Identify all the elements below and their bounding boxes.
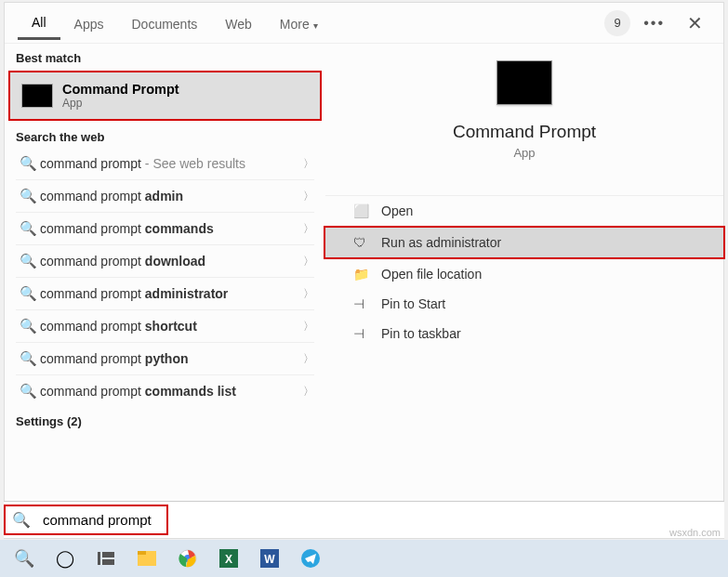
chevron-right-icon: 〉	[303, 286, 314, 302]
best-match-sub: App	[62, 97, 179, 110]
search-icon: 🔍	[16, 318, 40, 334]
action-pin-start[interactable]: ⊣Pin to Start	[325, 289, 723, 319]
web-result-0[interactable]: 🔍command prompt - See web results〉	[5, 148, 325, 179]
cmd-icon	[21, 84, 53, 108]
preview-sub: App	[513, 146, 535, 160]
taskbar-telegram-icon[interactable]	[290, 540, 331, 577]
best-match-item[interactable]: Command Prompt App	[8, 71, 322, 121]
chevron-down-icon: ▾	[313, 20, 318, 31]
taskbar-taskview-icon[interactable]	[86, 540, 126, 577]
search-icon: 🔍	[16, 253, 40, 269]
search-icon: 🔍	[16, 350, 40, 367]
close-icon[interactable]: ✕	[680, 12, 710, 34]
result-text: command prompt admin	[40, 189, 303, 203]
preview-title: Command Prompt	[453, 122, 596, 142]
chevron-right-icon: 〉	[303, 351, 314, 367]
search-icon: 🔍	[6, 511, 37, 529]
search-icon: 🔍	[16, 188, 40, 204]
taskbar-search-icon[interactable]: 🔍	[4, 540, 45, 577]
results-list: Best match Command Prompt App Search the…	[5, 44, 325, 499]
result-text: command prompt download	[40, 254, 303, 269]
taskbar-word-icon[interactable]: W	[249, 540, 290, 577]
action-open[interactable]: ⬜Open	[325, 196, 723, 226]
search-icon: 🔍	[16, 383, 40, 400]
preview-cmd-icon	[496, 60, 552, 105]
web-result-7[interactable]: 🔍command prompt commands list〉	[5, 375, 325, 407]
tab-web[interactable]: Web	[211, 7, 266, 39]
pin-icon: ⊣	[353, 326, 381, 341]
result-text: command prompt python	[40, 351, 303, 366]
chevron-right-icon: 〉	[303, 319, 314, 334]
notification-badge[interactable]: 9	[604, 10, 630, 36]
search-icon: 🔍	[16, 155, 40, 172]
svg-rect-2	[102, 559, 114, 565]
web-result-5[interactable]: 🔍command prompt shortcut〉	[5, 310, 325, 342]
best-match-name: Command Prompt	[62, 82, 179, 97]
web-result-1[interactable]: 🔍command prompt admin〉	[5, 180, 325, 212]
taskbar-cortana-icon[interactable]: ◯	[45, 540, 86, 577]
chevron-right-icon: 〉	[303, 254, 314, 269]
shield-icon: 🛡	[353, 235, 381, 250]
folder-icon: 📁	[353, 267, 381, 282]
web-result-3[interactable]: 🔍command prompt download〉	[5, 245, 325, 277]
tab-all[interactable]: All	[18, 6, 60, 40]
tab-documents[interactable]: Documents	[117, 7, 211, 39]
web-result-4[interactable]: 🔍command prompt administrator〉	[5, 278, 325, 309]
chevron-right-icon: 〉	[303, 189, 314, 204]
action-pin-taskbar[interactable]: ⊣Pin to taskbar	[325, 319, 723, 348]
tab-bar: All Apps Documents Web More▾ 9 ••• ✕	[5, 3, 723, 44]
tab-more[interactable]: More▾	[266, 7, 332, 39]
group-search-web: Search the web	[5, 123, 325, 148]
result-text: command prompt administrator	[40, 286, 303, 301]
taskbar: 🔍 ◯ X W	[0, 540, 728, 577]
web-result-2[interactable]: 🔍command prompt commands〉	[5, 213, 325, 244]
taskbar-chrome-icon[interactable]	[167, 540, 208, 577]
result-text: command prompt shortcut	[40, 319, 303, 334]
more-options-icon[interactable]: •••	[643, 15, 665, 32]
chevron-right-icon: 〉	[303, 156, 314, 172]
svg-text:W: W	[264, 553, 275, 566]
action-open-file-location[interactable]: 📁Open file location	[325, 259, 723, 289]
tab-apps[interactable]: Apps	[60, 7, 118, 39]
svg-rect-1	[102, 552, 114, 557]
search-icon: 🔍	[16, 220, 40, 237]
search-panel: All Apps Documents Web More▾ 9 ••• ✕ Bes…	[4, 2, 724, 539]
result-text: command prompt - See web results	[40, 156, 303, 171]
pin-icon: ⊣	[353, 296, 381, 311]
action-run-as-admin[interactable]: 🛡Run as administrator	[324, 226, 725, 259]
search-input[interactable]: command prompt	[37, 510, 157, 530]
search-row: 🔍 command prompt	[4, 501, 724, 538]
group-best-match: Best match	[5, 44, 325, 69]
svg-rect-4	[138, 551, 146, 555]
chevron-right-icon: 〉	[303, 384, 314, 400]
web-result-6[interactable]: 🔍command prompt python〉	[5, 343, 325, 374]
svg-text:X: X	[225, 553, 232, 566]
svg-rect-0	[98, 552, 100, 565]
taskbar-explorer-icon[interactable]	[126, 540, 167, 577]
open-icon: ⬜	[353, 203, 381, 218]
watermark: wsxdn.com	[669, 527, 721, 538]
result-text: command prompt commands list	[40, 384, 303, 399]
taskbar-excel-icon[interactable]: X	[208, 540, 249, 577]
group-settings: Settings (2)	[5, 407, 325, 432]
result-text: command prompt commands	[40, 221, 303, 236]
search-icon: 🔍	[16, 285, 40, 302]
preview-pane: Command Prompt App ⬜Open 🛡Run as adminis…	[325, 44, 723, 499]
chevron-right-icon: 〉	[303, 221, 314, 237]
